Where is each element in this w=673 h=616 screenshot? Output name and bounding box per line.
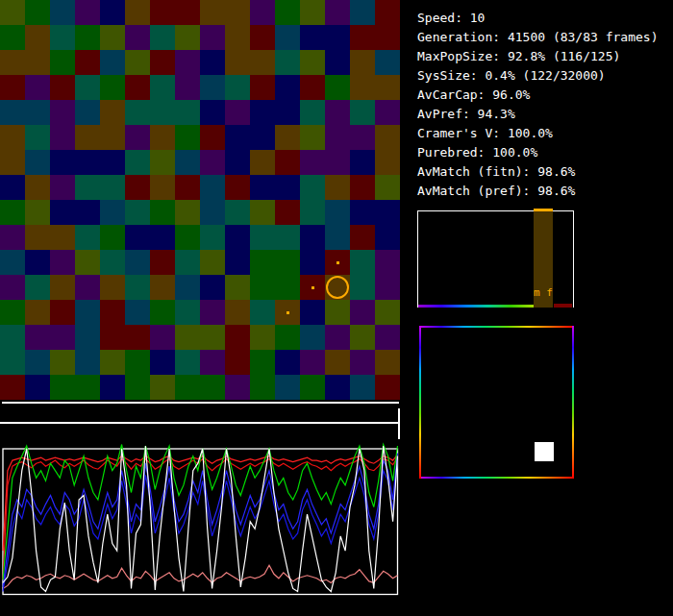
grid-cell — [375, 200, 400, 225]
grid-cell — [50, 75, 75, 100]
grid-cell — [175, 50, 200, 75]
grid-cell — [275, 25, 300, 50]
grid-cell — [375, 275, 400, 300]
grid-cell — [250, 25, 275, 50]
histogram-border-left — [417, 210, 418, 308]
grid-cell — [250, 150, 275, 175]
grid-cell — [250, 300, 275, 325]
grid-cell — [50, 175, 75, 200]
grid-cell — [0, 25, 25, 50]
cell-marker-dot — [312, 286, 314, 289]
grid-cell — [50, 0, 75, 25]
grid-cell — [125, 350, 150, 375]
stat-cramers-v: Cramer's V: 100.0% — [417, 124, 658, 143]
grid-cell — [300, 250, 325, 275]
grid-cell — [75, 325, 100, 350]
grid-cell — [150, 275, 175, 300]
grid-cell — [375, 375, 400, 400]
grid-cell — [325, 50, 350, 75]
grid-cell — [375, 125, 400, 150]
grid-cell — [350, 275, 375, 300]
grid-cell — [225, 125, 250, 150]
grid-cell — [150, 25, 175, 50]
grid-cell — [250, 325, 275, 350]
grid-cell — [125, 325, 150, 350]
grid-cell — [175, 200, 200, 225]
grid-cell — [200, 175, 225, 200]
grid-cell — [350, 0, 375, 25]
grid-cell — [275, 200, 300, 225]
grid-cell — [375, 175, 400, 200]
timeseries-chart — [0, 437, 404, 616]
grid-cell — [25, 225, 50, 250]
grid-cell — [375, 75, 400, 100]
grid-cell — [100, 25, 125, 50]
grid-cell — [225, 150, 250, 175]
grid-cell — [0, 0, 25, 25]
grid-cell — [350, 200, 375, 225]
grid-cell — [175, 75, 200, 100]
grid-cell — [150, 375, 175, 400]
series-pink — [3, 565, 398, 588]
grid-cell — [275, 125, 300, 150]
grid-cell — [50, 125, 75, 150]
grid-cell — [350, 350, 375, 375]
grid-cell — [225, 50, 250, 75]
grid-cell — [175, 125, 200, 150]
grid-cell — [325, 350, 350, 375]
grid-cell — [275, 275, 300, 300]
grid-cell — [150, 0, 175, 25]
grid-cell — [0, 50, 25, 75]
histogram-border-right — [573, 210, 574, 308]
grid-cell — [150, 300, 175, 325]
grid-cell — [175, 350, 200, 375]
grid-cell — [250, 225, 275, 250]
grid-cell — [100, 100, 125, 125]
grid-cell — [175, 325, 200, 350]
grid-cell — [0, 100, 25, 125]
grid-cell — [50, 375, 75, 400]
rainbow-border-bottom — [419, 477, 574, 479]
grid-cell — [225, 350, 250, 375]
grid-cell — [275, 350, 300, 375]
grid-cell — [50, 275, 75, 300]
series-white — [3, 446, 398, 592]
grid-cell — [0, 375, 25, 400]
grid-cell — [375, 350, 400, 375]
grid-cell — [50, 250, 75, 275]
grid-cell — [325, 375, 350, 400]
grid-cell — [0, 275, 25, 300]
grid-cell — [275, 50, 300, 75]
timeline-position-tick — [398, 408, 400, 439]
grid-cell — [125, 150, 150, 175]
histogram-bar-label: m f — [534, 286, 553, 299]
grid-cell — [300, 50, 325, 75]
grid-cell — [350, 100, 375, 125]
grid-cell — [25, 100, 50, 125]
grid-cell — [300, 300, 325, 325]
grid-cell — [175, 25, 200, 50]
grid-cell — [375, 50, 400, 75]
grid-cell — [275, 175, 300, 200]
grid-cell — [350, 300, 375, 325]
grid-cell — [350, 325, 375, 350]
grid-cell — [75, 350, 100, 375]
grid-cell — [300, 375, 325, 400]
grid-cell — [100, 225, 125, 250]
grid-cell — [100, 350, 125, 375]
grid-cell — [175, 375, 200, 400]
selected-cell-circle — [326, 276, 349, 299]
grid-cell — [250, 350, 275, 375]
grid-cell — [75, 375, 100, 400]
grid-cell — [175, 275, 200, 300]
grid-cell — [100, 325, 125, 350]
grid-cell — [100, 75, 125, 100]
grid-cell — [325, 125, 350, 150]
stat-avpref: AvPref: 94.3% — [417, 105, 658, 124]
grid-cell — [200, 275, 225, 300]
grid-cell — [225, 175, 250, 200]
grid-cell — [25, 275, 50, 300]
grid-cell — [225, 75, 250, 100]
stats-panel: Speed: 10 Generation: 41500 (83/83 frame… — [417, 9, 658, 201]
rainbow-border-left — [419, 326, 421, 479]
